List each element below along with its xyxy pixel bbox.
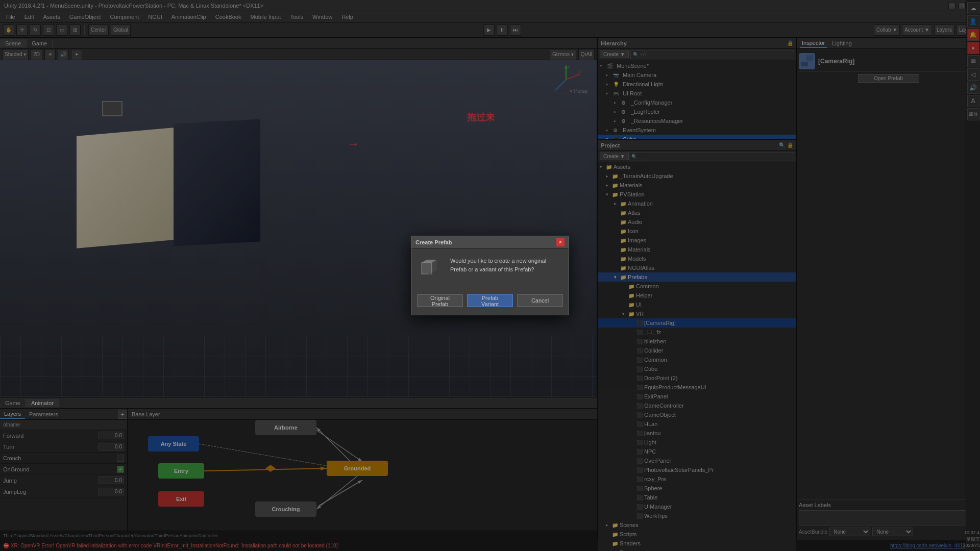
original-prefab-btn[interactable]: Original Prefab	[417, 294, 463, 307]
prefab-variant-btn[interactable]: Prefab Variant	[467, 294, 513, 307]
dialog-title: Create Prefab	[415, 239, 452, 245]
dialog-icon	[420, 257, 444, 281]
dialog-message: Would you like to create a new original …	[450, 257, 560, 273]
dialog-overlay[interactable]: Create Prefab × Would you like to create…	[0, 0, 980, 551]
dialog-title-bar: Create Prefab ×	[411, 236, 569, 248]
svg-rect-21	[422, 263, 432, 274]
cancel-btn[interactable]: Cancel	[517, 294, 563, 307]
dialog-body: Would you like to create a new original …	[411, 248, 569, 289]
dialog-close-btn[interactable]: ×	[556, 238, 565, 246]
create-prefab-dialog: Create Prefab × Would you like to create…	[411, 236, 569, 315]
dialog-buttons: Original Prefab Prefab Variant Cancel	[411, 289, 569, 315]
